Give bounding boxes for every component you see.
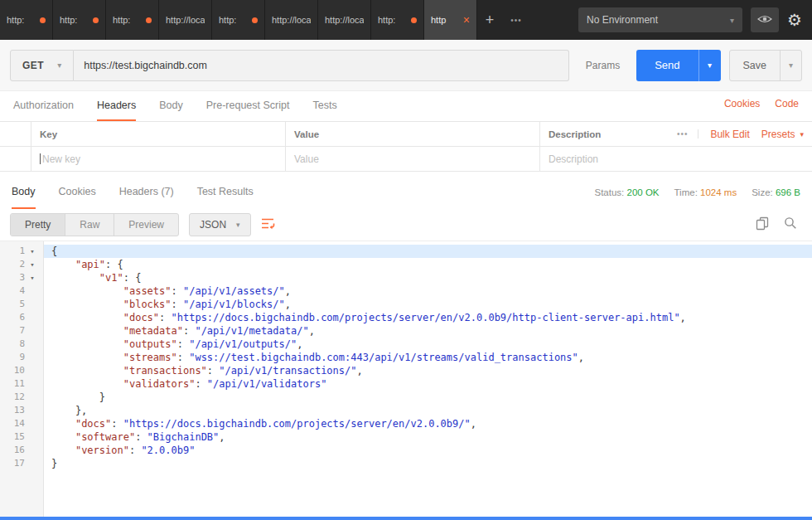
fold-caret-icon[interactable]: ▾	[25, 258, 40, 271]
environment-selector[interactable]: No Environment ▾	[578, 7, 742, 32]
json-string: "https://docs.bigchaindb.com/projects/se…	[123, 418, 471, 430]
fold-spacer	[25, 457, 40, 470]
code-text: },	[44, 404, 812, 417]
fold-spacer	[25, 430, 40, 444]
save-button[interactable]: Save	[730, 51, 781, 80]
fold-caret-icon[interactable]: ▾	[25, 271, 40, 284]
code-line[interactable]: 2▾ "api": {	[0, 258, 812, 271]
fold-spacer	[25, 391, 40, 404]
json-punctuation	[51, 285, 123, 297]
json-punctuation	[51, 325, 123, 337]
new-tab-button[interactable]: +	[477, 12, 502, 29]
response-body-editor[interactable]: 1▾{2▾ "api": {3▾ "v1": {4 "assets": "/ap…	[0, 241, 812, 517]
code-line[interactable]: 13 },	[0, 404, 812, 417]
request-tab-label: http://loca	[166, 15, 205, 25]
code-line[interactable]: 12 }	[0, 391, 812, 404]
copy-button[interactable]	[756, 216, 769, 234]
size-value: 696 B	[776, 187, 800, 197]
request-tab[interactable]: http:	[106, 0, 159, 40]
line-number: 8	[0, 338, 25, 351]
code-text: {	[44, 245, 812, 258]
settings-gear-icon[interactable]: ⚙	[787, 12, 802, 28]
response-tab-cookies[interactable]: Cookies	[59, 176, 96, 209]
fold-caret-icon[interactable]: ▾	[25, 245, 40, 258]
line-gutter: 13	[0, 404, 44, 417]
request-tab[interactable]: http://loca	[159, 0, 212, 40]
request-tab-label: http:	[113, 15, 142, 25]
code-link[interactable]: Code	[775, 98, 799, 109]
request-tab[interactable]: http://loca	[265, 0, 318, 40]
line-gutter: 10	[0, 364, 44, 377]
line-number: 12	[0, 391, 25, 404]
view-mode-raw[interactable]: Raw	[65, 214, 114, 236]
save-group: Save ▾	[729, 50, 803, 81]
request-tab[interactable]: http://loca	[318, 0, 371, 40]
code-line[interactable]: 3▾ "v1": {	[0, 271, 812, 284]
send-dropdown-button[interactable]: ▾	[698, 50, 721, 81]
view-mode-pretty[interactable]: Pretty	[11, 214, 65, 236]
json-punctuation	[51, 418, 75, 430]
description-input[interactable]: Description	[540, 147, 812, 171]
view-mode-preview[interactable]: Preview	[114, 214, 178, 236]
format-selector[interactable]: JSON ▾	[189, 213, 251, 236]
code-line[interactable]: 11 "validators": "/api/v1/validators"	[0, 377, 812, 391]
value-column-header: Value	[286, 122, 540, 146]
environment-quick-look-button[interactable]	[751, 7, 779, 32]
code-line[interactable]: 16 "version": "2.0.0b9"	[0, 444, 812, 457]
code-text: "assets": "/api/v1/assets/",	[44, 284, 812, 298]
json-punctuation	[51, 338, 123, 350]
method-selector[interactable]: GET ▾	[10, 50, 74, 81]
value-input[interactable]: Value	[286, 147, 540, 171]
fold-spacer	[25, 417, 40, 430]
close-tab-icon[interactable]: ×	[463, 14, 470, 26]
more-options-icon[interactable]: •••	[677, 129, 699, 139]
json-punctuation: ,	[297, 338, 302, 350]
request-tab[interactable]: http×	[424, 0, 477, 40]
code-line[interactable]: 7 "metadata": "/api/v1/metadata/",	[0, 324, 812, 338]
cookies-link[interactable]: Cookies	[724, 98, 760, 109]
code-text: "v1": {	[44, 271, 812, 284]
tab-headers[interactable]: Headers	[97, 91, 136, 121]
code-line[interactable]: 9 "streams": "wss://test.bigchaindb.com:…	[0, 351, 812, 364]
request-tab[interactable]: http:	[212, 0, 265, 40]
request-tab[interactable]: http:	[53, 0, 106, 40]
send-button[interactable]: Send	[636, 50, 698, 81]
tab-tests[interactable]: Tests	[312, 91, 336, 121]
tab-body[interactable]: Body	[159, 91, 183, 121]
code-line[interactable]: 1▾{	[0, 245, 812, 258]
tab-authorization[interactable]: Authorization	[13, 91, 74, 121]
code-line[interactable]: 15 "software": "BigchainDB",	[0, 430, 812, 444]
tab-pre-request-script[interactable]: Pre-request Script	[206, 91, 290, 121]
wrap-lines-button[interactable]	[261, 217, 276, 233]
request-tabs-links: Cookies Code	[724, 98, 799, 109]
code-line[interactable]: 10 "transactions": "/api/v1/transactions…	[0, 364, 812, 377]
code-line[interactable]: 8 "outputs": "/api/v1/outputs/",	[0, 338, 812, 351]
code-line[interactable]: 4 "assets": "/api/v1/assets/",	[0, 284, 812, 298]
new-key-input[interactable]: New key	[31, 147, 286, 171]
status-badge: Status: 200 OK	[595, 187, 660, 197]
response-tab-test-results[interactable]: Test Results	[197, 176, 254, 209]
save-dropdown-button[interactable]: ▾	[780, 51, 801, 80]
json-string: "BigchainDB"	[147, 431, 220, 443]
tab-strip: http:http:http:http://locahttp:http://lo…	[0, 0, 477, 40]
code-line[interactable]: 6 "docs": "https://docs.bigchaindb.com/p…	[0, 311, 812, 324]
url-input[interactable]: https://test.bigchaindb.com	[74, 50, 569, 81]
json-punctuation: },	[51, 405, 87, 416]
response-tab-body[interactable]: Body	[12, 176, 36, 209]
line-number: 3	[0, 271, 25, 284]
code-line[interactable]: 14 "docs": "https://docs.bigchaindb.com/…	[0, 417, 812, 430]
code-line[interactable]: 5 "blocks": "/api/v1/blocks/",	[0, 298, 812, 311]
request-tab[interactable]: http:	[371, 0, 424, 40]
description-column-header: Description	[549, 129, 601, 139]
line-gutter: 9	[0, 351, 44, 364]
more-tabs-button[interactable]: •••	[502, 16, 530, 25]
params-button[interactable]: Params	[569, 50, 636, 81]
response-tab-headers-7[interactable]: Headers (7)	[119, 176, 174, 209]
json-key: "version"	[75, 445, 129, 456]
bulk-edit-button[interactable]: Bulk Edit	[710, 129, 749, 140]
search-button[interactable]	[784, 216, 797, 233]
presets-button[interactable]: Presets ▾	[761, 129, 804, 140]
request-tab[interactable]: http:	[0, 0, 53, 40]
code-line[interactable]: 17}	[0, 457, 812, 470]
json-punctuation: : {	[123, 272, 142, 284]
